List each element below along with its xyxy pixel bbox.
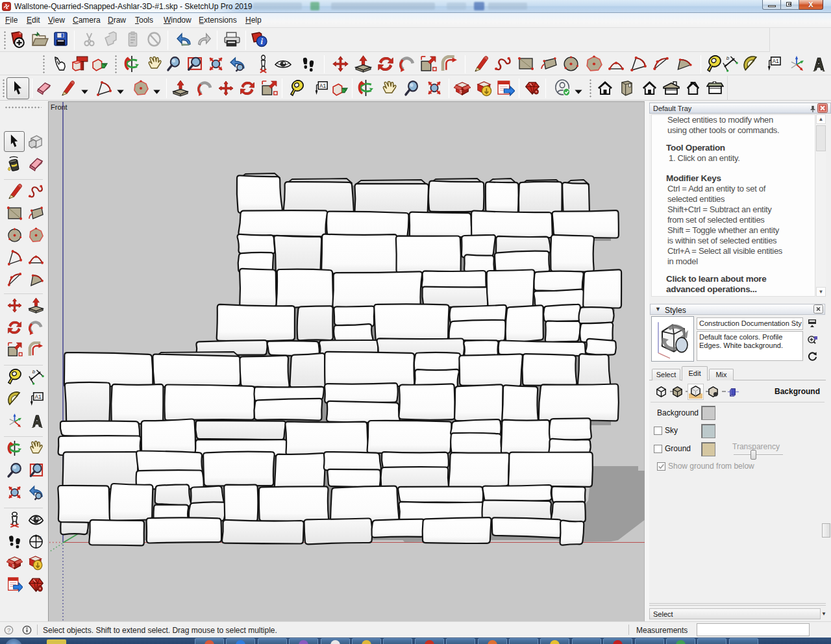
- svg-text:b: b: [32, 369, 36, 375]
- svg-text:A1: A1: [35, 394, 42, 401]
- svg-text:A1: A1: [773, 58, 779, 65]
- svg-text:N: N: [38, 536, 41, 540]
- svg-text:?: ?: [7, 627, 10, 634]
- svg-text:i: i: [260, 37, 263, 46]
- svg-text:b: b: [726, 55, 730, 61]
- svg-text:A1: A1: [319, 83, 326, 90]
